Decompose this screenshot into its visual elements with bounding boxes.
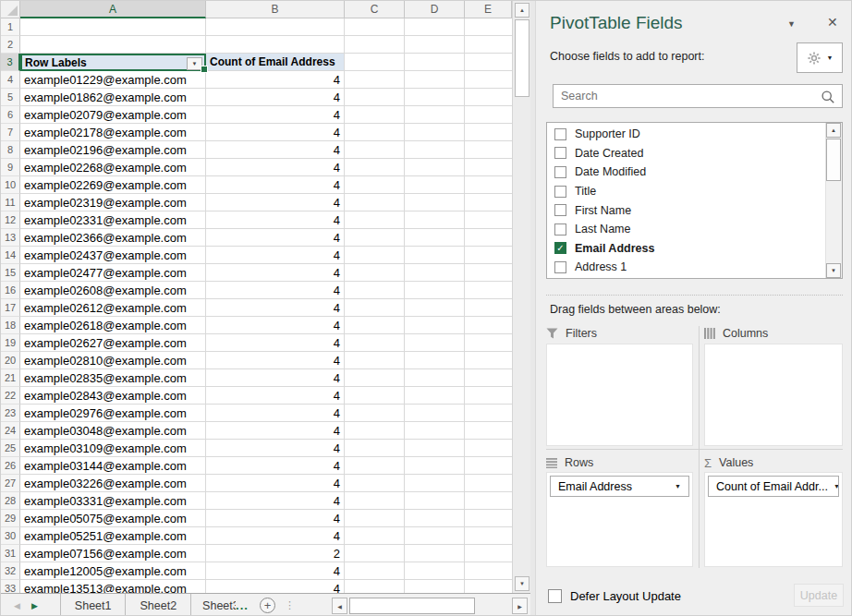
field-item-supporter-id[interactable]: Supporter ID	[547, 125, 826, 144]
cell-C31[interactable]	[345, 545, 405, 562]
cell-E7[interactable]	[465, 124, 512, 141]
cell-B18[interactable]: 4	[206, 317, 345, 334]
sheet-vertical-scrollbar[interactable]: ▲ ▼	[512, 1, 530, 593]
cell-D25[interactable]	[405, 440, 465, 457]
cell-A5[interactable]: example01862@example.com	[20, 89, 206, 106]
new-sheet-button[interactable]: +	[260, 598, 275, 613]
row-header-31[interactable]: 31	[1, 545, 20, 562]
field-checkbox[interactable]	[554, 223, 566, 236]
cell-D1[interactable]	[405, 18, 465, 36]
cell-C20[interactable]	[345, 352, 405, 369]
cell-B32[interactable]: 4	[206, 562, 345, 580]
cell-B12[interactable]: 4	[206, 211, 345, 229]
cell-B11[interactable]: 4	[206, 194, 345, 211]
cell-D3[interactable]	[405, 54, 465, 71]
field-item-email-address[interactable]: ✓Email Address	[547, 239, 826, 259]
cell-D19[interactable]	[405, 334, 465, 352]
cell-E23[interactable]	[465, 405, 512, 422]
cell-A16[interactable]: example02608@example.com	[20, 282, 206, 299]
horizontal-scroll-thumb[interactable]	[349, 598, 475, 614]
cell-A3[interactable]: Row Labels▼	[20, 54, 206, 71]
update-button[interactable]: Update	[794, 584, 844, 607]
row-header-1[interactable]: 1	[1, 18, 20, 36]
cell-A27[interactable]: example03226@example.com	[20, 475, 206, 492]
cell-C10[interactable]	[345, 176, 405, 194]
cell-A9[interactable]: example02268@example.com	[20, 159, 206, 176]
hidden-sheets-ellipsis[interactable]: ...	[236, 594, 249, 616]
field-checkbox[interactable]	[554, 186, 566, 198]
cell-C13[interactable]	[345, 229, 405, 247]
cell-A33[interactable]: example13513@example.com	[20, 580, 206, 593]
cell-A24[interactable]: example03048@example.com	[20, 422, 206, 440]
scroll-left-button[interactable]: ◀	[332, 598, 347, 614]
row-header-11[interactable]: 11	[1, 194, 20, 211]
cell-E31[interactable]	[465, 545, 512, 562]
cell-C28[interactable]	[345, 492, 405, 510]
cell-D20[interactable]	[405, 352, 465, 369]
sheet-tab-sheet2[interactable]: Sheet2	[126, 594, 191, 616]
row-header-10[interactable]: 10	[1, 176, 20, 194]
cell-B28[interactable]: 4	[206, 492, 345, 510]
cell-B15[interactable]: 4	[206, 264, 345, 282]
cell-C26[interactable]	[345, 457, 405, 475]
cell-E18[interactable]	[465, 317, 512, 334]
row-header-4[interactable]: 4	[1, 71, 20, 89]
cell-B14[interactable]: 4	[206, 247, 345, 264]
cell-E24[interactable]	[465, 422, 512, 440]
cell-B7[interactable]: 4	[206, 124, 345, 141]
list-scroll-thumb[interactable]	[826, 139, 841, 181]
row-header-9[interactable]: 9	[1, 159, 20, 176]
selection-fill-handle[interactable]	[201, 66, 208, 73]
cell-B24[interactable]: 4	[206, 422, 345, 440]
cell-D33[interactable]	[405, 580, 465, 593]
cell-D23[interactable]	[405, 405, 465, 422]
cell-D12[interactable]	[405, 211, 465, 229]
cell-C22[interactable]	[345, 387, 405, 405]
cell-B8[interactable]: 4	[206, 141, 345, 159]
cell-D26[interactable]	[405, 457, 465, 475]
column-header-A[interactable]: A	[20, 1, 206, 18]
cell-C11[interactable]	[345, 194, 405, 211]
column-header-C[interactable]: C	[345, 1, 405, 18]
field-item-first-name[interactable]: First Name	[547, 200, 826, 220]
field-item-last-name[interactable]: Last Name	[547, 220, 826, 239]
cell-C7[interactable]	[345, 124, 405, 141]
cell-A19[interactable]: example02627@example.com	[20, 334, 206, 352]
cell-E28[interactable]	[465, 492, 512, 510]
cell-E1[interactable]	[465, 18, 512, 36]
cell-A26[interactable]: example03144@example.com	[20, 457, 206, 475]
field-list-scrollbar[interactable]: ▲ ▼	[825, 123, 842, 278]
cell-C24[interactable]	[345, 422, 405, 440]
cell-B27[interactable]: 4	[206, 475, 345, 492]
cell-B30[interactable]: 4	[206, 527, 345, 545]
cell-B31[interactable]: 2	[206, 545, 345, 562]
row-header-22[interactable]: 22	[1, 387, 20, 405]
cell-D21[interactable]	[405, 369, 465, 387]
cell-E13[interactable]	[465, 229, 512, 247]
row-header-12[interactable]: 12	[1, 211, 20, 229]
cell-A20[interactable]: example02810@example.com	[20, 352, 206, 369]
cell-A1[interactable]	[20, 18, 206, 36]
cell-D29[interactable]	[405, 510, 465, 527]
cell-B25[interactable]: 4	[206, 440, 345, 457]
cell-B4[interactable]: 4	[206, 71, 345, 89]
sheet-tab-sheet1[interactable]: Sheet1	[61, 594, 127, 616]
cell-E21[interactable]	[465, 369, 512, 387]
row-header-8[interactable]: 8	[1, 141, 20, 159]
field-item-date-created[interactable]: Date Created	[547, 144, 826, 163]
cell-E33[interactable]	[465, 580, 512, 593]
cell-E8[interactable]	[465, 141, 512, 159]
cell-E22[interactable]	[465, 387, 512, 405]
row-header-17[interactable]: 17	[1, 299, 20, 317]
cell-C19[interactable]	[345, 334, 405, 352]
cell-E29[interactable]	[465, 510, 512, 527]
area-field-pill[interactable]: Email Address▼	[550, 476, 689, 497]
cell-A14[interactable]: example02437@example.com	[20, 247, 206, 264]
scroll-down-button[interactable]: ▼	[515, 576, 529, 591]
cell-B20[interactable]: 4	[206, 352, 345, 369]
cell-A8[interactable]: example02196@example.com	[20, 141, 206, 159]
field-checkbox[interactable]: ✓	[554, 242, 566, 254]
cell-A25[interactable]: example03109@example.com	[20, 440, 206, 457]
rows-box[interactable]: Email Address▼	[546, 472, 693, 567]
values-box[interactable]: Count of Email Addr...▼	[704, 472, 843, 567]
